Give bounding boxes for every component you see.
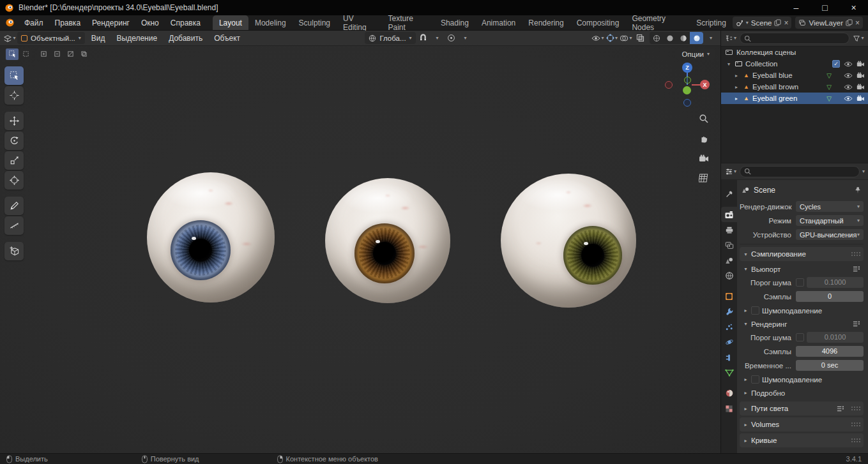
select-mode-new-button[interactable] bbox=[19, 49, 32, 60]
tab-scripting[interactable]: Scripting bbox=[690, 15, 733, 30]
gizmo-z-positive[interactable]: Z bbox=[682, 63, 692, 73]
particles-tab-icon[interactable] bbox=[721, 319, 737, 334]
hide-eye-icon[interactable] bbox=[844, 61, 853, 67]
maximize-button[interactable]: □ bbox=[811, 0, 839, 15]
eyeball-green[interactable] bbox=[501, 174, 636, 308]
render-noise-threshold-value[interactable]: 0.0100 bbox=[807, 332, 864, 343]
viewport-noise-threshold-checkbox[interactable] bbox=[796, 278, 804, 287]
show-gizmo-icon[interactable]: ▾ bbox=[605, 32, 618, 44]
properties-search-input[interactable] bbox=[754, 168, 855, 176]
properties-editor-type-button[interactable]: ▾ bbox=[724, 165, 737, 177]
shading-chevron[interactable]: ▾ bbox=[704, 32, 717, 44]
expand-icon[interactable]: ▸ bbox=[733, 96, 740, 101]
tool-annotate[interactable] bbox=[4, 197, 24, 215]
snapping-chevron[interactable]: ▾ bbox=[431, 32, 444, 44]
preset-menu-icon[interactable] bbox=[852, 320, 860, 327]
camera-view-icon[interactable] bbox=[697, 152, 710, 165]
data-tab-icon[interactable] bbox=[721, 365, 737, 380]
outliner-row-eyeball-blue[interactable]: ▸ ▲ Eyeball blue ▽ bbox=[721, 70, 868, 81]
tool-move[interactable] bbox=[4, 112, 24, 130]
scene-selector[interactable]: ▾ Scene × bbox=[733, 17, 792, 29]
scene-new-icon[interactable] bbox=[774, 19, 781, 26]
outliner-row-eyeball-brown[interactable]: ▸ ▲ Eyeball brown ▽ bbox=[721, 81, 868, 93]
object-tab-icon[interactable] bbox=[721, 288, 737, 304]
modifiers-tab-icon[interactable] bbox=[721, 304, 737, 319]
tab-layout[interactable]: Layout bbox=[213, 15, 248, 30]
pin-icon[interactable] bbox=[854, 186, 862, 194]
eyeball-blue[interactable] bbox=[147, 172, 275, 303]
viewport-samples-value[interactable]: 0 bbox=[796, 291, 864, 302]
scene-tab-icon[interactable] bbox=[721, 253, 737, 268]
close-button[interactable]: × bbox=[839, 0, 868, 15]
render-camera-icon[interactable] bbox=[857, 84, 865, 90]
section-curves[interactable]: ▸ Кривые bbox=[740, 433, 864, 447]
scene-browse-icon[interactable] bbox=[736, 19, 743, 27]
select-mode-invert-button[interactable] bbox=[64, 49, 77, 60]
engine-dropdown[interactable]: Cycles▾ bbox=[796, 201, 864, 212]
outliner-editor-type-button[interactable]: ▾ bbox=[724, 33, 737, 45]
section-sampling[interactable]: ▾ Сэмплирование bbox=[740, 247, 864, 261]
render-noise-threshold-checkbox[interactable] bbox=[796, 333, 804, 341]
subsection-render-denoise[interactable]: ▸ Шумоподавление bbox=[740, 373, 864, 386]
subsection-viewport-denoise[interactable]: ▸ Шумоподавление bbox=[740, 304, 864, 317]
tool-scale[interactable] bbox=[4, 151, 24, 170]
tool-tab-icon[interactable] bbox=[721, 186, 737, 202]
render-samples-value[interactable]: 4096 bbox=[796, 346, 864, 357]
collection-expand-icon[interactable]: ▾ bbox=[725, 61, 733, 67]
shading-wireframe-icon[interactable] bbox=[650, 32, 663, 44]
blender-menu-icon[interactable] bbox=[5, 18, 15, 27]
transform-orientation-dropdown[interactable]: Глоба... ▾ bbox=[365, 32, 415, 44]
menu-help[interactable]: Справка bbox=[165, 15, 206, 30]
proportional-chevron[interactable]: ▾ bbox=[459, 32, 472, 44]
outliner-row-eyeball-green[interactable]: ▸ ▲ Eyeball green ▽ bbox=[721, 93, 868, 104]
render-camera-icon[interactable] bbox=[857, 95, 865, 101]
panel-grip[interactable] bbox=[851, 251, 860, 257]
show-overlays-icon[interactable]: ▾ bbox=[620, 32, 632, 44]
gizmo-y-negative[interactable] bbox=[684, 77, 691, 84]
options-dropdown[interactable]: Опции ▾ bbox=[676, 49, 715, 60]
select-mode-subtract-button[interactable] bbox=[50, 49, 63, 60]
outliner-row-collection[interactable]: ▾ Collection ✓ bbox=[721, 58, 868, 70]
subsection-viewport[interactable]: ▾ Вьюпорт bbox=[740, 262, 864, 276]
render-camera-icon[interactable] bbox=[857, 72, 865, 79]
menu-file[interactable]: Файл bbox=[19, 15, 49, 30]
tab-shading[interactable]: Shading bbox=[434, 15, 475, 30]
menu-window[interactable]: Окно bbox=[135, 15, 165, 30]
viewlayer-tab-icon[interactable] bbox=[721, 237, 737, 253]
viewlayer-new-icon[interactable] bbox=[846, 19, 853, 26]
gizmo-x-negative[interactable] bbox=[665, 81, 673, 89]
panel-grip[interactable] bbox=[851, 406, 860, 411]
collection-checkbox[interactable]: ✓ bbox=[832, 60, 840, 68]
select-mode-extend-button[interactable] bbox=[37, 49, 50, 60]
editor-type-button[interactable]: ▾ bbox=[3, 32, 16, 44]
hide-eye-icon[interactable] bbox=[844, 73, 853, 79]
material-tab-icon[interactable] bbox=[721, 385, 737, 401]
tab-uv-editing[interactable]: UV Editing bbox=[337, 15, 382, 30]
viewlayer-name[interactable]: ViewLayer bbox=[809, 19, 843, 27]
render-denoise-checkbox[interactable] bbox=[751, 375, 759, 384]
xray-toggle-icon[interactable] bbox=[634, 32, 646, 44]
tool-measure[interactable] bbox=[4, 216, 24, 235]
expand-icon[interactable]: ▸ bbox=[733, 73, 740, 79]
gizmo-z-negative[interactable] bbox=[683, 99, 691, 107]
hide-eye-icon[interactable] bbox=[844, 84, 853, 90]
proportional-editing-icon[interactable] bbox=[445, 32, 458, 44]
menu-select[interactable]: Выделение bbox=[112, 34, 163, 43]
hide-eye-icon[interactable] bbox=[844, 96, 853, 101]
tab-rendering[interactable]: Rendering bbox=[522, 15, 570, 30]
tool-select-box[interactable] bbox=[4, 66, 24, 85]
section-volumes[interactable]: ▸ Volumes bbox=[740, 417, 864, 431]
viewlayer-remove-icon[interactable]: × bbox=[855, 19, 860, 27]
menu-object[interactable]: Объект bbox=[209, 34, 245, 43]
render-camera-icon[interactable] bbox=[857, 61, 865, 67]
snapping-magnet-icon[interactable] bbox=[417, 32, 430, 44]
menu-render[interactable]: Рендеринг bbox=[86, 15, 135, 30]
properties-options-chevron[interactable]: ▾ bbox=[862, 169, 865, 174]
outliner-filter-icon[interactable]: ▾ bbox=[852, 33, 865, 45]
outliner-row-scene-collection[interactable]: Коллекция сцены bbox=[721, 47, 868, 58]
preset-menu-icon[interactable] bbox=[852, 266, 860, 273]
select-mode-intersect-button[interactable] bbox=[77, 49, 90, 60]
tool-transform[interactable] bbox=[4, 171, 24, 190]
world-tab-icon[interactable] bbox=[721, 268, 737, 283]
preset-menu-icon[interactable] bbox=[836, 405, 844, 412]
